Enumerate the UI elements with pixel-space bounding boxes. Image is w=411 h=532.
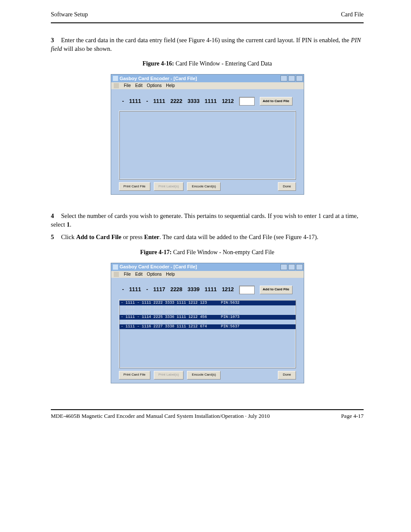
print-labels-button[interactable]: Print Label(s) <box>154 182 184 191</box>
button-row: Print Card File Print Label(s) Encode Ca… <box>115 180 300 191</box>
header-left: Software Setup <box>51 11 88 18</box>
card-seg: 3339 <box>187 286 199 293</box>
step-text: Select the number of cards you wish to g… <box>51 212 358 228</box>
list-item[interactable]: - 1111 - 1111 2222 3333 1111 1212 123 PI… <box>119 301 296 305</box>
window-title: Gasboy Card Encoder - [Card File] <box>120 264 197 270</box>
window-title: Gasboy Card Encoder - [Card File] <box>120 75 197 82</box>
close-icon[interactable] <box>296 75 303 81</box>
list-item[interactable]: - 1111 - 1116 2227 3338 1111 1212 674 PI… <box>119 324 296 329</box>
app-icon <box>113 264 118 270</box>
list-item[interactable]: - 1111 - 1115 2226 3337 1111 1212 456 PI… <box>119 320 296 324</box>
content-pane: - 1111 - 1111 2222 3333 1111 1212 Add to… <box>111 89 304 194</box>
card-seg: 1117 <box>153 286 165 293</box>
card-seg: 1212 <box>222 98 234 105</box>
app-window-1: Gasboy Card Encoder - [Card File] File E… <box>111 74 304 195</box>
step-3: 3 Enter the card data in the card data e… <box>51 36 364 53</box>
header-right: Card File <box>341 11 364 18</box>
card-data-entry: - 1111 - 1117 2228 3339 1111 1212 Add to… <box>115 286 300 299</box>
encode-cards-button[interactable]: Encode Card(s) <box>187 182 221 191</box>
list-item[interactable]: - 1111 - 1114 2225 3336 1111 1212 456 PI… <box>119 315 296 320</box>
card-seg: 1111 <box>205 286 217 293</box>
menu-help[interactable]: Help <box>166 271 175 277</box>
step-text: Click Add to Card File or press Enter. T… <box>61 233 318 240</box>
menubar: File Edit Options Help <box>111 271 304 278</box>
mdi-child-icon <box>114 272 119 277</box>
minimize-icon[interactable] <box>280 75 287 81</box>
mdi-child-icon <box>114 83 119 88</box>
menu-edit[interactable]: Edit <box>135 271 143 277</box>
list-item[interactable]: - 1111 - 1112 2223 3334 1111 1212 240 PI… <box>119 305 296 310</box>
quantity-input[interactable] <box>239 286 255 294</box>
titlebar: Gasboy Card Encoder - [Card File] <box>111 263 304 271</box>
close-icon[interactable] <box>296 264 303 270</box>
card-seg: - <box>146 98 148 105</box>
menu-edit[interactable]: Edit <box>135 83 143 89</box>
quantity-input[interactable] <box>239 97 255 106</box>
page-footer: MDE-4605B Magnetic Card Encoder and Manu… <box>0 410 411 432</box>
app-icon <box>113 76 118 81</box>
done-button[interactable]: Done <box>278 371 296 380</box>
card-seg: - <box>122 98 124 105</box>
card-file-list[interactable] <box>119 111 296 180</box>
card-file-list[interactable]: - 1111 - 1111 2222 3333 1111 1212 123 PI… <box>119 299 296 368</box>
step-number: 4 <box>51 212 59 221</box>
header-rule <box>51 22 364 23</box>
step-4: 4 Select the number of cards you wish to… <box>51 212 364 229</box>
app-window-2: Gasboy Card Encoder - [Card File] File E… <box>111 263 304 383</box>
done-button[interactable]: Done <box>278 182 296 191</box>
menu-options[interactable]: Options <box>147 271 162 277</box>
print-card-file-button[interactable]: Print Card File <box>119 182 150 191</box>
add-to-card-file-button[interactable]: Add to Card File <box>260 97 293 106</box>
encode-cards-button[interactable]: Encode Card(s) <box>187 371 221 380</box>
menu-help[interactable]: Help <box>166 83 175 89</box>
figure-4-17-label: Figure 4-17: Card File Window - Non-empt… <box>51 249 364 257</box>
content-pane: - 1111 - 1117 2228 3339 1111 1212 Add to… <box>111 278 304 383</box>
menu-options[interactable]: Options <box>147 83 162 89</box>
card-seg: - <box>122 286 124 293</box>
maximize-icon[interactable] <box>288 264 295 270</box>
button-row: Print Card File Print Label(s) Encode Ca… <box>115 368 300 380</box>
card-seg: 2222 <box>170 98 182 105</box>
figure-4-16-label: Figure 4-16: Card File Window - Entering… <box>51 60 364 68</box>
step-number: 3 <box>51 36 59 45</box>
menubar: File Edit Options Help <box>111 82 304 89</box>
list-item[interactable]: - 1111 - 1113 2224 3335 1111 1212 353 PI… <box>119 310 296 315</box>
card-seg: 1111 <box>153 98 165 105</box>
menu-file[interactable]: File <box>124 83 131 89</box>
print-labels-button[interactable]: Print Label(s) <box>154 371 184 380</box>
footer-right: Page 4-17 <box>341 413 364 420</box>
minimize-icon[interactable] <box>280 264 287 270</box>
card-seg: - <box>146 286 148 293</box>
print-card-file-button[interactable]: Print Card File <box>119 371 150 380</box>
footer-left: MDE-4605B Magnetic Card Encoder and Manu… <box>51 413 270 420</box>
menu-file[interactable]: File <box>124 271 131 277</box>
titlebar: Gasboy Card Encoder - [Card File] <box>111 75 304 82</box>
step-5: 5 Click Add to Card File or press Enter.… <box>51 233 364 242</box>
card-seg: 1212 <box>222 286 234 293</box>
step-text: Enter the card data in the card data ent… <box>51 37 361 52</box>
card-seg: 1111 <box>129 98 141 105</box>
card-data-entry: - 1111 - 1111 2222 3333 1111 1212 Add to… <box>115 97 300 111</box>
step-number: 5 <box>51 233 59 242</box>
card-seg: 2228 <box>170 286 182 293</box>
card-seg: 1111 <box>205 98 217 105</box>
card-seg: 3333 <box>187 98 199 105</box>
page-header: Software Setup Card File <box>0 0 411 18</box>
add-to-card-file-button[interactable]: Add to Card File <box>260 286 293 294</box>
card-seg: 1111 <box>129 286 141 293</box>
maximize-icon[interactable] <box>288 75 295 81</box>
